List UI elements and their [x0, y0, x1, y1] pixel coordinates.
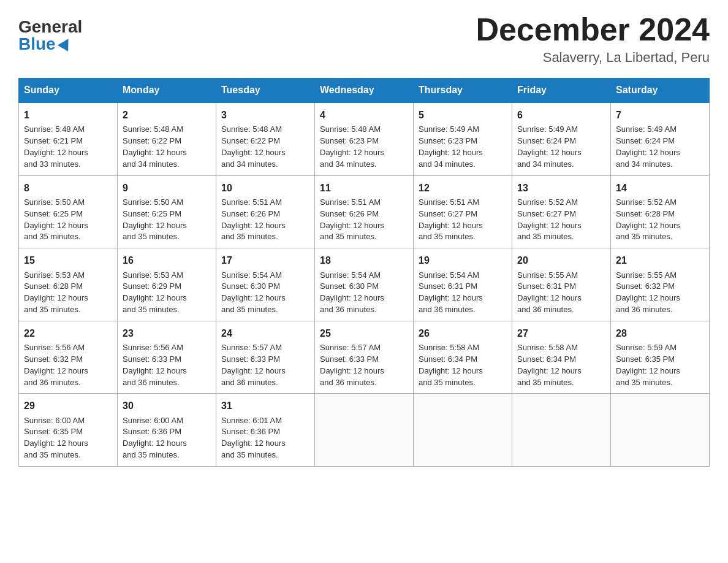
- day-info: Sunrise: 5:53 AMSunset: 6:28 PMDaylight:…: [24, 270, 88, 315]
- calendar-cell: [315, 394, 414, 467]
- calendar-header: SundayMondayTuesdayWednesdayThursdayFrid…: [19, 79, 710, 103]
- calendar-cell: 29Sunrise: 6:00 AMSunset: 6:35 PMDayligh…: [19, 394, 118, 467]
- calendar-cell: [611, 394, 710, 467]
- day-number: 3: [221, 108, 309, 122]
- col-header-wednesday: Wednesday: [315, 79, 414, 103]
- calendar-cell: 14Sunrise: 5:52 AMSunset: 6:28 PMDayligh…: [611, 175, 710, 248]
- day-info: Sunrise: 5:49 AMSunset: 6:24 PMDaylight:…: [517, 124, 582, 169]
- day-info: Sunrise: 5:48 AMSunset: 6:22 PMDaylight:…: [123, 124, 187, 169]
- day-number: 5: [419, 108, 507, 122]
- calendar-cell: 31Sunrise: 6:01 AMSunset: 6:36 PMDayligh…: [216, 394, 315, 467]
- col-header-sunday: Sunday: [19, 79, 118, 103]
- calendar-cell: 11Sunrise: 5:51 AMSunset: 6:26 PMDayligh…: [315, 175, 414, 248]
- calendar-week-row: 15Sunrise: 5:53 AMSunset: 6:28 PMDayligh…: [19, 248, 710, 321]
- calendar-week-row: 29Sunrise: 6:00 AMSunset: 6:35 PMDayligh…: [19, 394, 710, 467]
- day-number: 1: [24, 108, 112, 122]
- day-info: Sunrise: 5:49 AMSunset: 6:24 PMDaylight:…: [616, 124, 680, 169]
- col-header-friday: Friday: [512, 79, 611, 103]
- day-number: 13: [517, 181, 605, 195]
- day-number: 16: [123, 253, 211, 267]
- day-number: 14: [616, 181, 704, 195]
- day-number: 23: [123, 326, 211, 340]
- day-number: 31: [221, 399, 309, 413]
- day-number: 28: [616, 326, 704, 340]
- day-info: Sunrise: 5:59 AMSunset: 6:35 PMDaylight:…: [616, 343, 680, 387]
- day-number: 21: [616, 253, 704, 267]
- day-info: Sunrise: 5:57 AMSunset: 6:33 PMDaylight:…: [221, 343, 286, 387]
- day-number: 2: [123, 108, 211, 122]
- calendar-cell: 26Sunrise: 5:58 AMSunset: 6:34 PMDayligh…: [414, 321, 512, 394]
- col-header-monday: Monday: [118, 79, 216, 103]
- day-info: Sunrise: 5:48 AMSunset: 6:21 PMDaylight:…: [24, 124, 88, 169]
- calendar-cell: 24Sunrise: 5:57 AMSunset: 6:33 PMDayligh…: [216, 321, 315, 394]
- day-info: Sunrise: 5:58 AMSunset: 6:34 PMDaylight:…: [419, 343, 483, 387]
- calendar-cell: [512, 394, 611, 467]
- day-number: 30: [123, 399, 211, 413]
- calendar-cell: 16Sunrise: 5:53 AMSunset: 6:29 PMDayligh…: [118, 248, 216, 321]
- day-info: Sunrise: 5:53 AMSunset: 6:29 PMDaylight:…: [123, 270, 187, 315]
- day-number: 25: [320, 326, 408, 340]
- day-info: Sunrise: 5:56 AMSunset: 6:33 PMDaylight:…: [123, 343, 187, 387]
- day-number: 29: [24, 399, 112, 413]
- day-number: 9: [123, 181, 211, 195]
- logo-blue-text: Blue: [18, 36, 72, 53]
- day-info: Sunrise: 5:51 AMSunset: 6:27 PMDaylight:…: [419, 197, 483, 242]
- page-header: General Blue December 2024 Salaverry, La…: [18, 12, 710, 66]
- calendar-cell: 4Sunrise: 5:48 AMSunset: 6:23 PMDaylight…: [315, 102, 414, 175]
- calendar-cell: 13Sunrise: 5:52 AMSunset: 6:27 PMDayligh…: [512, 175, 611, 248]
- calendar-cell: 10Sunrise: 5:51 AMSunset: 6:26 PMDayligh…: [216, 175, 315, 248]
- day-info: Sunrise: 5:58 AMSunset: 6:34 PMDaylight:…: [517, 343, 582, 387]
- col-header-thursday: Thursday: [414, 79, 512, 103]
- day-info: Sunrise: 5:57 AMSunset: 6:33 PMDaylight:…: [320, 343, 384, 387]
- logo-triangle-icon: [58, 36, 74, 52]
- day-number: 19: [419, 253, 507, 267]
- calendar-cell: 20Sunrise: 5:55 AMSunset: 6:31 PMDayligh…: [512, 248, 611, 321]
- calendar-cell: 22Sunrise: 5:56 AMSunset: 6:32 PMDayligh…: [19, 321, 118, 394]
- day-number: 18: [320, 253, 408, 267]
- calendar-body: 1Sunrise: 5:48 AMSunset: 6:21 PMDaylight…: [19, 102, 710, 466]
- day-number: 6: [517, 108, 605, 122]
- calendar-cell: 30Sunrise: 6:00 AMSunset: 6:36 PMDayligh…: [118, 394, 216, 467]
- day-number: 11: [320, 181, 408, 195]
- col-header-tuesday: Tuesday: [216, 79, 315, 103]
- calendar-cell: 21Sunrise: 5:55 AMSunset: 6:32 PMDayligh…: [611, 248, 710, 321]
- day-info: Sunrise: 5:51 AMSunset: 6:26 PMDaylight:…: [221, 197, 286, 242]
- day-info: Sunrise: 6:00 AMSunset: 6:36 PMDaylight:…: [123, 416, 187, 460]
- day-info: Sunrise: 5:48 AMSunset: 6:23 PMDaylight:…: [320, 124, 384, 169]
- day-info: Sunrise: 6:01 AMSunset: 6:36 PMDaylight:…: [221, 416, 286, 460]
- day-info: Sunrise: 5:54 AMSunset: 6:30 PMDaylight:…: [320, 270, 384, 315]
- calendar-week-row: 8Sunrise: 5:50 AMSunset: 6:25 PMDaylight…: [19, 175, 710, 248]
- day-info: Sunrise: 5:50 AMSunset: 6:25 PMDaylight:…: [123, 197, 187, 242]
- day-number: 15: [24, 253, 112, 267]
- calendar-cell: 27Sunrise: 5:58 AMSunset: 6:34 PMDayligh…: [512, 321, 611, 394]
- calendar-cell: 25Sunrise: 5:57 AMSunset: 6:33 PMDayligh…: [315, 321, 414, 394]
- calendar-cell: 18Sunrise: 5:54 AMSunset: 6:30 PMDayligh…: [315, 248, 414, 321]
- calendar-week-row: 1Sunrise: 5:48 AMSunset: 6:21 PMDaylight…: [19, 102, 710, 175]
- calendar-cell: 15Sunrise: 5:53 AMSunset: 6:28 PMDayligh…: [19, 248, 118, 321]
- day-info: Sunrise: 5:50 AMSunset: 6:25 PMDaylight:…: [24, 197, 88, 242]
- day-info: Sunrise: 6:00 AMSunset: 6:35 PMDaylight:…: [24, 416, 88, 460]
- day-number: 7: [616, 108, 704, 122]
- calendar-cell: 28Sunrise: 5:59 AMSunset: 6:35 PMDayligh…: [611, 321, 710, 394]
- day-number: 12: [419, 181, 507, 195]
- col-header-saturday: Saturday: [611, 79, 710, 103]
- day-info: Sunrise: 5:55 AMSunset: 6:32 PMDaylight:…: [616, 270, 680, 315]
- day-info: Sunrise: 5:56 AMSunset: 6:32 PMDaylight:…: [24, 343, 88, 387]
- calendar-cell: 5Sunrise: 5:49 AMSunset: 6:23 PMDaylight…: [414, 102, 512, 175]
- day-header-row: SundayMondayTuesdayWednesdayThursdayFrid…: [19, 79, 710, 103]
- title-block: December 2024 Salaverry, La Libertad, Pe…: [476, 12, 710, 66]
- calendar-cell: 19Sunrise: 5:54 AMSunset: 6:31 PMDayligh…: [414, 248, 512, 321]
- calendar-subtitle: Salaverry, La Libertad, Peru: [476, 50, 710, 66]
- calendar-cell: 12Sunrise: 5:51 AMSunset: 6:27 PMDayligh…: [414, 175, 512, 248]
- day-number: 8: [24, 181, 112, 195]
- day-info: Sunrise: 5:51 AMSunset: 6:26 PMDaylight:…: [320, 197, 384, 242]
- calendar-cell: 6Sunrise: 5:49 AMSunset: 6:24 PMDaylight…: [512, 102, 611, 175]
- calendar-cell: 3Sunrise: 5:48 AMSunset: 6:22 PMDaylight…: [216, 102, 315, 175]
- day-info: Sunrise: 5:54 AMSunset: 6:31 PMDaylight:…: [419, 270, 483, 315]
- calendar-cell: 23Sunrise: 5:56 AMSunset: 6:33 PMDayligh…: [118, 321, 216, 394]
- day-info: Sunrise: 5:52 AMSunset: 6:27 PMDaylight:…: [517, 197, 582, 242]
- calendar-cell: 7Sunrise: 5:49 AMSunset: 6:24 PMDaylight…: [611, 102, 710, 175]
- day-info: Sunrise: 5:54 AMSunset: 6:30 PMDaylight:…: [221, 270, 286, 315]
- day-number: 10: [221, 181, 309, 195]
- day-number: 27: [517, 326, 605, 340]
